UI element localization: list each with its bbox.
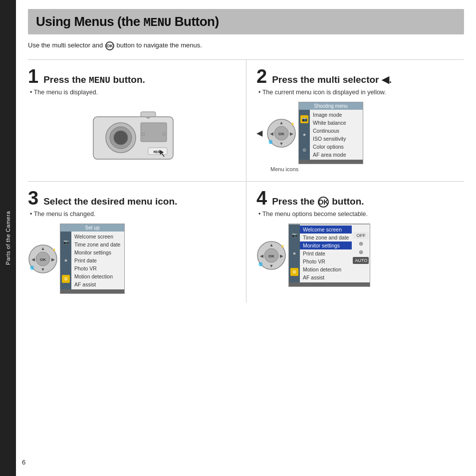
step-2: 2 Press the multi selector ◀. The curren… xyxy=(246,59,464,181)
svg-text:▼: ▼ xyxy=(279,141,284,146)
svg-text:⚡: ⚡ xyxy=(280,244,285,248)
step-3: 3 Select the desired menu icon. The menu… xyxy=(28,181,246,303)
sidebar: Parts of the Camera xyxy=(0,0,16,476)
step-3-bullet: The menu is changed. xyxy=(30,211,238,218)
svg-point-3 xyxy=(114,131,128,145)
svg-text:▲: ▲ xyxy=(41,246,45,251)
svg-text:⚡: ⚡ xyxy=(52,247,56,252)
menu-icons-label: Menu icons xyxy=(270,166,456,172)
step-4: 4 Press the OK button. The menu options … xyxy=(246,181,464,303)
step-3-menu: OK ▲ ▼ ◀ ▶ ⚡ 🌐 Set up 📷 ★ ⚙ xyxy=(28,224,238,294)
svg-text:OK: OK xyxy=(278,132,284,136)
camera-diagram: MENU xyxy=(28,102,238,167)
svg-text:◀: ◀ xyxy=(31,257,35,262)
svg-text:🌐: 🌐 xyxy=(258,262,263,266)
svg-text:◀: ◀ xyxy=(260,253,263,258)
setup-menu-panel-4: 📷 ★ ⚙ Welcome screen Time zone and date … xyxy=(288,224,370,287)
step-2-bullet: The current menu icon is displayed in ye… xyxy=(258,89,456,96)
svg-text:▼: ▼ xyxy=(269,263,274,268)
step-4-bullet: The menu options become selectable. xyxy=(258,211,456,218)
svg-point-11 xyxy=(163,133,166,136)
step-1-bullet: The menu is displayed. xyxy=(30,89,238,96)
svg-text:▲: ▲ xyxy=(279,120,284,125)
svg-text:⚡: ⚡ xyxy=(290,122,295,126)
svg-text:🌐: 🌐 xyxy=(268,140,273,144)
svg-rect-4 xyxy=(141,123,167,142)
page-title: Using Menus (the MENU Button) xyxy=(36,14,456,29)
svg-point-10 xyxy=(142,133,145,136)
svg-text:🌐: 🌐 xyxy=(30,265,34,270)
svg-text:◀: ◀ xyxy=(270,131,273,136)
svg-text:▶: ▶ xyxy=(280,253,283,258)
steps-grid: 1 Press the MENU button. The menu is dis… xyxy=(28,59,464,303)
sidebar-label: Parts of the Camera xyxy=(5,211,11,265)
nav-circle-2: OK ▲ ▼ ◀ ▶ ⚡ 🌐 xyxy=(266,118,296,148)
svg-rect-6 xyxy=(141,112,156,117)
step-1: 1 Press the MENU button. The menu is dis… xyxy=(28,59,246,181)
main-content: Using Menus (the MENU Button) Use the mu… xyxy=(16,0,476,315)
svg-text:▶: ▶ xyxy=(51,257,55,262)
step-4-menu: OK ▲ ▼ ◀ ▶ ⚡ 🌐 📷 ★ ⚙ xyxy=(256,224,456,287)
camera-image: MENU xyxy=(83,102,183,167)
nav-circle-4: OK ▲ ▼ ◀ ▶ ⚡ 🌐 xyxy=(256,240,286,270)
shooting-menu-panel: Shooting menu 📷 ★ ⚙ Image mode White bal… xyxy=(298,102,363,164)
step-3-title: Select the desired menu icon. xyxy=(43,196,177,207)
svg-text:▲: ▲ xyxy=(269,242,274,247)
nav-circle-3: OK ▲ ▼ ◀ ▶ ⚡ 🌐 xyxy=(28,244,58,274)
ok-button-icon: OK xyxy=(105,41,114,50)
setup-menu-panel-3: Set up 📷 ★ ⚙ Welcome screen Time zone an… xyxy=(60,224,125,294)
svg-text:OK: OK xyxy=(40,257,46,262)
title-bar: Using Menus (the MENU Button) xyxy=(28,9,464,34)
step-2-menu: ◀ OK ▲ ▼ ◀ ▶ ⚡ 🌐 Shooting menu xyxy=(256,102,456,164)
svg-text:OK: OK xyxy=(268,254,274,258)
svg-text:▼: ▼ xyxy=(41,267,45,272)
subtitle: Use the multi selector and OK button to … xyxy=(28,41,464,50)
svg-text:▶: ▶ xyxy=(290,131,293,136)
page-number: 6 xyxy=(22,459,25,466)
